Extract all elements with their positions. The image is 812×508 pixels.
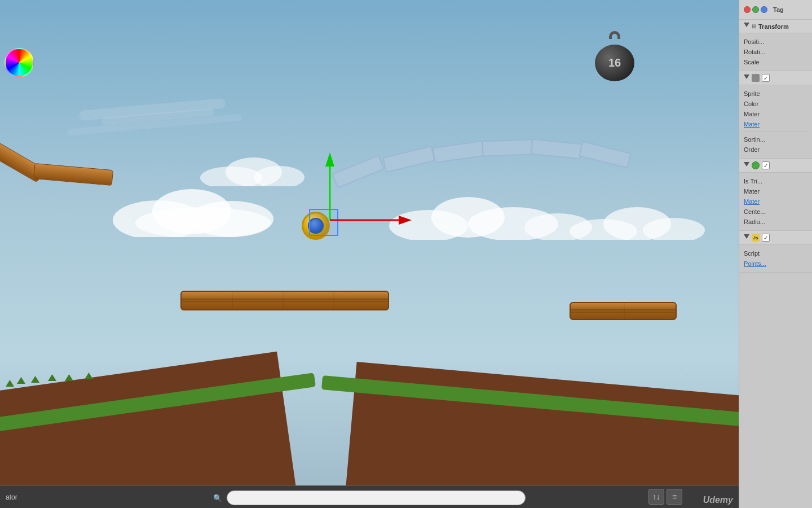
script-row: Script — [744, 248, 807, 259]
radius-label: Radiu... — [744, 218, 765, 225]
is-trigger-label: Is Tri... — [744, 178, 762, 185]
platform-right — [570, 302, 677, 320]
script-label: Script — [744, 250, 760, 257]
bottom-bar: ator 🔍 ↑↓ ≡ Udemy — [0, 485, 739, 508]
weight-body: 16 — [595, 45, 634, 81]
sprite-row: Sprite — [744, 89, 807, 99]
material-row-sprite: Mater — [744, 109, 807, 119]
search-input[interactable] — [227, 491, 526, 505]
script-section-header[interactable]: Js ✓ — [739, 231, 812, 245]
script-section: Script Points... — [739, 245, 812, 273]
color-label: Color — [744, 100, 758, 107]
circle-collider-header[interactable]: ✓ — [739, 159, 812, 173]
rotation-row: Rotati... — [744, 47, 807, 57]
list-icon[interactable]: ≡ — [667, 489, 682, 505]
swatch-red — [744, 6, 751, 13]
platform-middle — [180, 291, 389, 310]
order-label: Order — [744, 146, 760, 153]
circle-collider-fold-icon — [744, 162, 749, 169]
order-row: Order — [744, 144, 807, 155]
sprite-renderer-section: Sprite Color Mater Mater Sortin... Order — [739, 85, 812, 159]
transform-label: Transform — [758, 23, 789, 30]
circle-collider-icon — [752, 161, 760, 169]
sorting-row: Sortin... — [744, 134, 807, 144]
main-layout: 16 — [0, 0, 812, 508]
sorting-label: Sortin... — [744, 136, 765, 143]
search-icon: 🔍 — [213, 494, 222, 502]
material-label-collider: Mater — [744, 188, 760, 195]
selection-box — [309, 209, 338, 236]
color-wheel-gizmo — [5, 48, 34, 77]
scene-panel: 16 — [0, 0, 739, 508]
circle-collider-check[interactable]: ✓ — [762, 161, 770, 169]
inspector-top-bar: Tag — [739, 0, 812, 20]
weight-hook — [609, 31, 620, 39]
scale-label: Scale — [744, 59, 760, 65]
script-fold-icon — [744, 234, 749, 242]
script-icon: Js — [752, 234, 760, 242]
color-swatches — [744, 6, 767, 13]
sprite-renderer-icon — [752, 74, 760, 82]
inspector-content: ⊞ Transform Positi... Rotati... Scale ✓ — [739, 20, 812, 508]
udemy-watermark: Udemy — [703, 495, 733, 505]
cloud-small-top — [197, 152, 310, 186]
bridge-segment-4 — [482, 139, 533, 156]
cloud-center — [90, 181, 316, 237]
material-label-sprite: Mater — [744, 111, 760, 117]
center-row: Cente... — [744, 207, 807, 217]
position-label: Positi... — [744, 38, 764, 45]
points-row[interactable]: Points... — [744, 259, 807, 269]
sprite-renderer-header[interactable]: ✓ — [739, 71, 812, 85]
position-row: Positi... — [744, 37, 807, 47]
rotation-label: Rotati... — [744, 49, 765, 55]
script-check[interactable]: ✓ — [762, 234, 770, 242]
sprite-renderer-fold-icon — [744, 75, 749, 82]
bottom-right-icons: ↑↓ ≡ — [648, 489, 682, 505]
circle-collider-section: Is Tri... Mater Mater Cente... Radiu... — [739, 173, 812, 231]
material-value-row-collider[interactable]: Mater — [744, 196, 807, 207]
weight-number: 16 — [608, 56, 621, 69]
divider-1 — [744, 132, 807, 132]
center-label: Cente... — [744, 208, 766, 215]
material-row-collider: Mater — [744, 186, 807, 196]
material-value-sprite[interactable]: Mater — [744, 121, 760, 128]
scale-row: Scale — [744, 57, 807, 67]
transform-section-header[interactable]: ⊞ Transform — [739, 20, 812, 33]
search-bar-container: 🔍 — [213, 491, 526, 505]
material-value-row-sprite[interactable]: Mater — [744, 119, 807, 129]
color-row: Color — [744, 99, 807, 109]
swatch-green — [752, 6, 759, 13]
animator-label: ator — [6, 493, 17, 501]
radius-row: Radiu... — [744, 217, 807, 227]
tag-label: Tag — [773, 6, 784, 13]
cloud-far-right — [564, 200, 710, 240]
transform-fold-icon — [744, 23, 749, 30]
weight-object: 16 — [592, 31, 637, 73]
sprite-renderer-check[interactable]: ✓ — [762, 74, 770, 82]
sprite-label: Sprite — [744, 90, 760, 97]
inspector-panel: Tag ⊞ Transform Positi... Rotati... Scal… — [739, 0, 812, 508]
transform-icon: ⊞ — [752, 23, 756, 29]
transform-section: Positi... Rotati... Scale — [739, 33, 812, 71]
material-value-collider[interactable]: Mater — [744, 198, 760, 205]
swatch-blue — [761, 6, 767, 13]
collapse-icon[interactable]: ↑↓ — [648, 489, 664, 505]
is-trigger-row: Is Tri... — [744, 176, 807, 186]
points-label[interactable]: Points... — [744, 260, 766, 267]
